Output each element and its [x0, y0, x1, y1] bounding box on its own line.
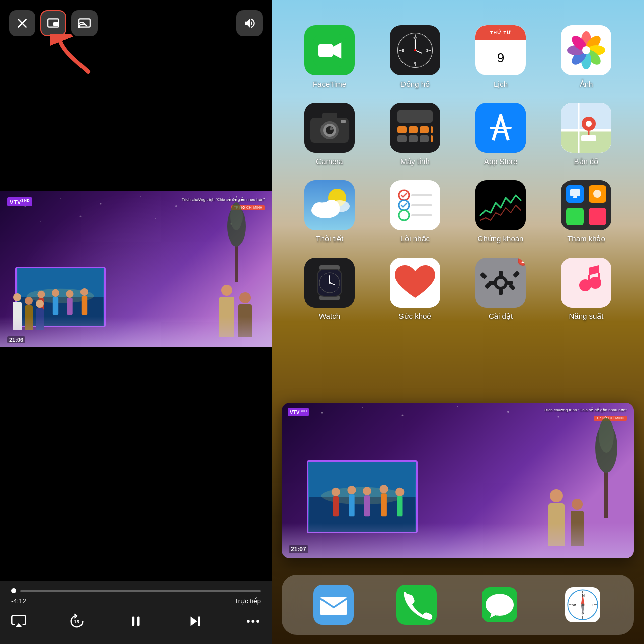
app-reminders[interactable]: Lời nhắc: [382, 180, 448, 244]
dock-mail[interactable]: [313, 585, 354, 625]
svg-rect-35: [137, 617, 140, 626]
red-arrow: [50, 34, 96, 82]
svg-rect-92: [581, 135, 596, 141]
skip-forward-button[interactable]: [187, 613, 204, 630]
app-settings[interactable]: 1 Cài đặt: [468, 258, 533, 321]
app-label-settings: Cài đặt: [489, 312, 513, 321]
svg-text:E: E: [591, 603, 594, 607]
main-video[interactable]: VTV3HD Trích chương trình "Chia sẻ để gầ…: [0, 191, 272, 347]
svg-rect-34: [132, 617, 135, 626]
svg-point-154: [332, 488, 340, 496]
svg-point-158: [363, 487, 371, 495]
svg-point-14: [40, 221, 41, 222]
app-row-2: Camera: [287, 103, 629, 166]
cast-button[interactable]: [71, 10, 98, 36]
svg-rect-128: [499, 271, 503, 277]
dock-phone[interactable]: [396, 585, 437, 625]
svg-rect-3: [53, 22, 58, 26]
dock-safari[interactable]: N E S W: [562, 585, 603, 625]
app-label-health: Sức khoẻ: [399, 312, 432, 321]
progress-dot[interactable]: [11, 588, 16, 593]
svg-rect-77: [397, 135, 407, 142]
svg-text:9: 9: [402, 49, 404, 52]
svg-rect-39: [318, 44, 333, 57]
svg-point-145: [507, 411, 509, 413]
app-row-3: Thời tiết: [287, 180, 629, 244]
more-button[interactable]: •••: [246, 615, 261, 628]
svg-point-15: [80, 216, 82, 217]
pip-inner-screen: [307, 460, 418, 533]
svg-rect-70: [341, 120, 346, 123]
app-label-weather: Thời tiết: [316, 234, 344, 244]
app-productivity[interactable]: Năng suất: [553, 258, 619, 321]
black-area: [0, 347, 272, 558]
left-panel: VTV3HD Trích chương trình "Chia sẻ để gầ…: [0, 0, 272, 644]
fog-effect: [0, 317, 272, 347]
app-calendar[interactable]: THỨ TƯ 9 Lịch: [468, 25, 533, 89]
svg-point-8: [60, 198, 61, 199]
app-calculator[interactable]: Máy tính: [382, 103, 448, 166]
app-reference[interactable]: Tham khảo: [553, 180, 619, 244]
airplay-button[interactable]: [11, 614, 26, 629]
pip-fog: [282, 523, 634, 558]
app-watch[interactable]: Watch: [297, 258, 362, 321]
pip-button[interactable]: [40, 10, 66, 36]
svg-point-10: [140, 196, 141, 197]
svg-text:3: 3: [426, 49, 428, 52]
replay-15-button[interactable]: 15: [68, 613, 86, 630]
app-grid: FaceTime 12 3 6 9: [272, 15, 644, 345]
svg-text:S: S: [581, 611, 584, 615]
calendar-month: THỨ TƯ: [475, 25, 526, 40]
channel-logo: VTV3HD: [7, 197, 32, 206]
app-label-appstore: App Store: [484, 157, 518, 166]
pip-video[interactable]: VTV3HD Trích chương trình "Chia sẻ để gầ…: [282, 403, 634, 558]
app-camera[interactable]: Camera: [297, 103, 362, 166]
svg-rect-161: [381, 493, 387, 516]
progress-bar[interactable]: [11, 588, 261, 593]
svg-point-68: [326, 126, 334, 134]
app-label-calendar: Lịch: [494, 79, 508, 89]
svg-text:W: W: [572, 603, 576, 607]
app-maps[interactable]: Bản đồ: [553, 103, 619, 166]
dock: N E S W: [282, 575, 634, 635]
svg-point-162: [395, 488, 404, 496]
svg-point-98: [330, 200, 350, 212]
svg-point-28: [66, 290, 73, 298]
app-facetime[interactable]: FaceTime: [297, 25, 362, 89]
right-panel: FaceTime 12 3 6 9: [272, 0, 644, 644]
svg-rect-74: [409, 126, 418, 133]
svg-point-150: [599, 418, 614, 453]
svg-rect-65: [322, 113, 337, 120]
player-controls: -4:12 Trực tiếp 15: [0, 581, 272, 644]
svg-rect-18: [235, 242, 238, 282]
svg-text:15: 15: [74, 619, 79, 624]
svg-point-142: [362, 407, 363, 408]
dock-messages[interactable]: [479, 585, 520, 625]
svg-rect-76: [431, 126, 433, 133]
app-label-clock: Đồng hồ: [400, 79, 430, 89]
app-label-stocks: Chứng khoán: [478, 234, 524, 244]
close-button[interactable]: [9, 10, 35, 36]
svg-rect-106: [475, 180, 526, 230]
svg-point-9: [100, 203, 102, 205]
app-photos[interactable]: Ảnh: [553, 25, 619, 89]
svg-rect-72: [397, 110, 433, 123]
app-health[interactable]: Sức khoẻ: [382, 258, 448, 321]
app-label-productivity: Năng suất: [569, 312, 603, 321]
app-appstore[interactable]: App Store: [468, 103, 533, 166]
app-stocks[interactable]: Chứng khoán: [468, 180, 533, 244]
show-title: Trích chương trình "Chia sẻ để gần nhau …: [182, 197, 265, 202]
app-weather[interactable]: Thời tiết: [297, 180, 362, 244]
app-clock[interactable]: 12 3 6 9: [382, 25, 448, 89]
svg-point-144: [457, 406, 458, 407]
svg-point-20: [230, 202, 243, 230]
svg-point-143: [402, 415, 404, 416]
app-label-camera: Camera: [316, 157, 343, 166]
svg-rect-148: [604, 468, 608, 518]
svg-rect-157: [349, 494, 355, 516]
app-label-calculator: Máy tính: [400, 157, 430, 166]
volume-button[interactable]: [236, 10, 263, 36]
svg-rect-86: [561, 130, 611, 153]
svg-point-160: [380, 485, 388, 493]
pause-button[interactable]: [127, 613, 144, 630]
